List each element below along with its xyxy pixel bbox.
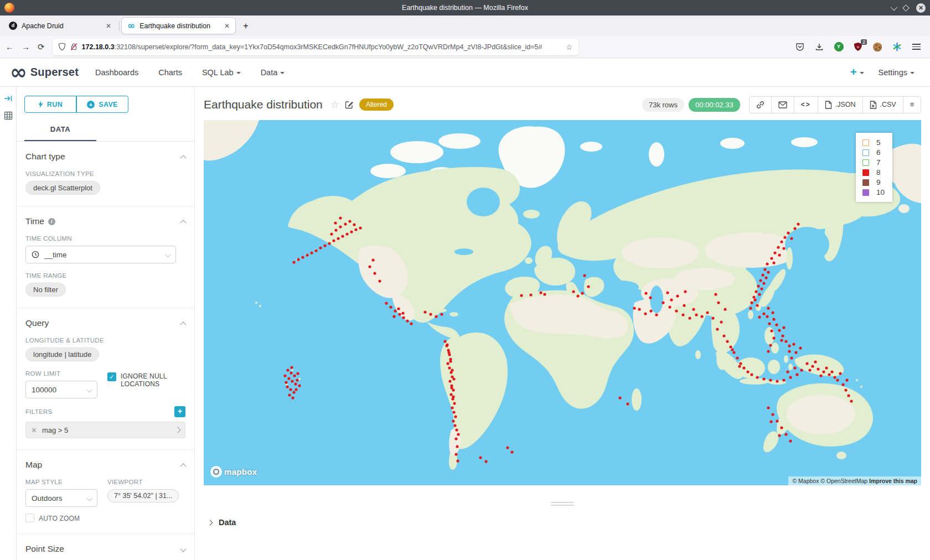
tab-label: Earthquake distribution xyxy=(140,22,210,30)
extension-ublock-icon[interactable]: u 2 xyxy=(853,42,863,52)
tab-close-icon[interactable]: ✕ xyxy=(106,22,111,30)
filter-pill[interactable]: ✕ mag > 5 xyxy=(25,422,185,438)
extension-badge: 2 xyxy=(861,39,867,45)
url-input[interactable]: 172.18.0.3:32108/superset/explore/?form_… xyxy=(53,39,578,55)
legend-swatch-icon xyxy=(862,149,869,156)
section-time: Time i TIME COLUMN __time TIME RANGE No … xyxy=(17,206,194,308)
copy-link-button[interactable] xyxy=(749,96,772,113)
world-map xyxy=(204,120,921,485)
chevron-down-icon xyxy=(236,72,241,74)
checkbox-empty-icon[interactable] xyxy=(25,514,34,522)
export-json-button[interactable]: .JSON xyxy=(818,96,863,113)
auto-zoom-checkbox-row[interactable]: AUTO ZOOM xyxy=(25,514,97,522)
insecure-lock-icon[interactable] xyxy=(70,43,78,51)
browser-menu-icon[interactable] xyxy=(911,42,921,52)
back-button[interactable]: ← xyxy=(6,42,14,51)
multicolor-asterisk-icon[interactable] xyxy=(892,42,902,52)
browser-tabbar: d Apache Druid ✕ ∞ Earthquake distributi… xyxy=(0,15,930,36)
legend-item[interactable]: 8 xyxy=(862,168,885,177)
section-header[interactable]: Time i xyxy=(25,216,185,226)
legend-item[interactable]: 7 xyxy=(862,158,885,167)
file-icon xyxy=(825,101,832,109)
chevron-down-icon xyxy=(87,495,92,501)
downloads-icon[interactable] xyxy=(814,42,824,52)
window-maximize-icon[interactable] xyxy=(902,4,910,12)
legend-label: 10 xyxy=(876,188,885,196)
new-tab-button[interactable]: + xyxy=(237,20,254,32)
tab-close-icon[interactable]: ✕ xyxy=(224,22,230,30)
legend-item[interactable]: 9 xyxy=(862,178,885,186)
envelope-icon xyxy=(778,101,787,108)
tab-data[interactable]: DATA xyxy=(24,120,96,141)
run-button[interactable]: RUN xyxy=(24,96,76,113)
extension-badger-icon[interactable]: Y xyxy=(834,42,844,52)
map-style-select[interactable]: Outdoors xyxy=(25,489,97,507)
superset-logo[interactable]: ∞ Superset xyxy=(10,64,79,81)
embed-code-button[interactable]: <> xyxy=(794,96,818,113)
ignore-null-checkbox-row[interactable]: ✓ IGNORE NULL LOCATIONS xyxy=(107,372,179,388)
section-header[interactable]: Map xyxy=(25,460,185,470)
superset-navbar: ∞ Superset Dashboards Charts SQL Lab Dat… xyxy=(0,58,930,87)
expand-dataset-panel-icon[interactable] xyxy=(4,95,13,102)
attribution-improve-link[interactable]: Improve this map xyxy=(869,478,917,484)
left-icon-rail xyxy=(0,87,17,560)
attribution-osm[interactable]: © OpenStreetMap xyxy=(820,478,867,484)
cookie-extension-icon[interactable] xyxy=(872,42,882,52)
nav-item-data[interactable]: Data xyxy=(261,68,285,77)
window-titlebar: Earthquake distribution — Mozilla Firefo… xyxy=(0,0,930,15)
deckgl-scatterplot-map[interactable]: 5678910 mapbox © Mapbox © OpenStreetMap … xyxy=(204,120,921,485)
time-range-pill[interactable]: No filter xyxy=(25,283,66,297)
bookmark-star-icon[interactable]: ☆ xyxy=(566,43,573,51)
viz-type-label: VISUALIZATION TYPE xyxy=(25,170,185,177)
section-header[interactable]: Query xyxy=(25,318,185,328)
add-new-button[interactable]: + xyxy=(850,66,864,79)
time-column-label: TIME COLUMN xyxy=(25,235,185,242)
dataset-grid-icon[interactable] xyxy=(4,111,13,120)
reload-button[interactable]: ⟳ xyxy=(38,42,45,52)
viewport-label: VIEWPORT xyxy=(107,479,179,485)
viewport-pill[interactable]: 7° 35' 54.02" | 31... xyxy=(107,489,179,502)
tab-label: Apache Druid xyxy=(22,22,64,30)
data-pane-toggle[interactable]: Data xyxy=(204,518,921,527)
legend-swatch-icon xyxy=(862,159,869,166)
favorite-star-icon[interactable]: ☆ xyxy=(330,98,339,111)
legend-item[interactable]: 5 xyxy=(862,138,885,147)
section-point-size: Point Size xyxy=(17,534,194,560)
save-button[interactable]: + SAVE xyxy=(76,96,128,113)
viz-type-pill[interactable]: deck.gl Scatterplot xyxy=(25,181,100,195)
forward-button[interactable]: → xyxy=(22,42,30,51)
pane-drag-handle[interactable] xyxy=(551,502,574,506)
chart-menu-button[interactable]: ≡ xyxy=(903,96,921,113)
pocket-icon[interactable] xyxy=(795,42,805,52)
section-header[interactable]: Point Size xyxy=(25,544,185,554)
nav-item-sql-lab[interactable]: SQL Lab xyxy=(202,68,241,77)
lonlat-pill[interactable]: longitude | latitude xyxy=(25,348,99,361)
south-pane: Data xyxy=(204,502,921,527)
window-minimize-icon[interactable] xyxy=(891,3,898,11)
attribution-mapbox[interactable]: © Mapbox xyxy=(792,478,819,484)
legend-item[interactable]: 6 xyxy=(862,148,885,157)
export-csv-button[interactable]: .CSV xyxy=(862,96,903,113)
shield-icon[interactable] xyxy=(58,43,66,51)
window-close-icon[interactable]: ✕ xyxy=(916,3,926,13)
email-button[interactable] xyxy=(771,96,794,113)
chevron-right-icon xyxy=(174,427,180,433)
checkbox-checked-icon[interactable]: ✓ xyxy=(107,372,116,381)
time-column-select[interactable]: __time xyxy=(25,246,176,263)
time-range-label: TIME RANGE xyxy=(25,272,185,279)
add-filter-button[interactable]: + xyxy=(174,406,185,417)
edit-title-icon[interactable] xyxy=(345,100,354,109)
remove-filter-icon[interactable]: ✕ xyxy=(31,426,37,434)
query-timer-badge: 00:00:02.33 xyxy=(689,98,740,112)
nav-item-charts[interactable]: Charts xyxy=(158,68,182,77)
mapbox-logo[interactable]: mapbox xyxy=(210,466,257,478)
nav-item-dashboards[interactable]: Dashboards xyxy=(95,68,138,77)
settings-menu[interactable]: Settings xyxy=(879,68,914,77)
druid-favicon: d xyxy=(9,22,17,30)
section-header[interactable]: Chart type xyxy=(25,152,185,162)
browser-tab-druid[interactable]: d Apache Druid ✕ xyxy=(3,18,117,34)
legend-item[interactable]: 10 xyxy=(862,188,885,196)
chevron-up-icon xyxy=(180,463,186,469)
row-limit-select[interactable]: 100000 xyxy=(25,381,97,398)
browser-tab-superset[interactable]: ∞ Earthquake distribution ✕ xyxy=(122,18,235,34)
